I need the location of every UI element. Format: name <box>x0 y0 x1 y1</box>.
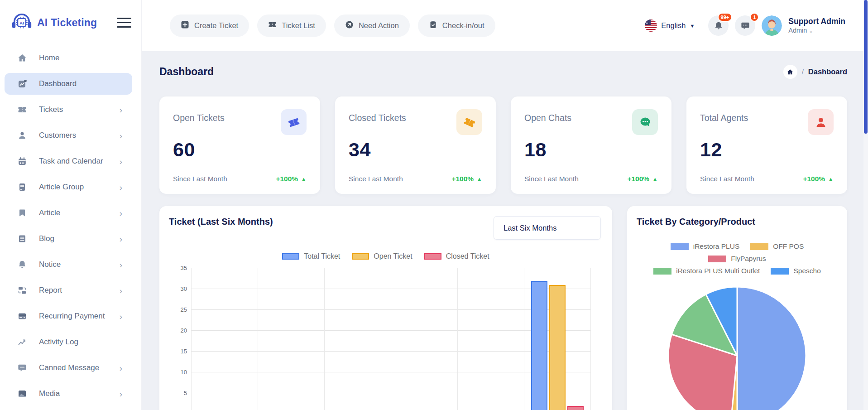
chevron-right-icon: › <box>120 209 122 217</box>
bar-total-ticket <box>531 281 547 410</box>
stat-card-closed-tickets: Closed Tickets 34 Since Last Month +100%… <box>335 96 496 194</box>
stat-card-open-tickets: Open Tickets 60 Since Last Month +100%▲ <box>159 96 320 194</box>
chevron-right-icon: › <box>120 390 122 398</box>
up-arrow-icon: ▲ <box>828 176 834 183</box>
trend-icon <box>17 337 27 347</box>
sidebar-item-notice[interactable]: Notice › <box>5 254 132 275</box>
chevron-right-icon: › <box>120 106 122 114</box>
ticket-icon <box>281 109 307 135</box>
sidebar: AI AI Ticketing Home Dashboard T <box>0 0 142 410</box>
sidebar-item-canned-message[interactable]: Canned Message › <box>5 357 132 379</box>
chat-dots-icon <box>741 21 750 30</box>
sidebar-item-article-group[interactable]: Article Group › <box>5 176 132 198</box>
legend-swatch <box>282 253 299 260</box>
legend-swatch <box>750 243 768 250</box>
breadcrumb-current: Dashboard <box>808 68 847 76</box>
user-avatar[interactable] <box>762 15 782 36</box>
notifications-button[interactable]: 99+ <box>708 15 729 36</box>
chevron-right-icon: › <box>120 183 122 192</box>
ticket-list-button[interactable]: Ticket List <box>257 14 326 37</box>
pie-chart <box>665 283 810 410</box>
sidebar-item-recurring-payment[interactable]: Recurring Payment › <box>5 305 132 327</box>
page-scrollbar <box>863 0 868 410</box>
brand-name: AI Ticketing <box>37 17 97 29</box>
scrollbar-thumb[interactable] <box>864 0 868 134</box>
ticket-icon <box>456 109 482 135</box>
legend-item: Total Ticket <box>282 252 340 260</box>
legend-item: FlyPapyrus <box>708 255 766 263</box>
legend-swatch <box>653 268 671 275</box>
up-arrow-icon: ▲ <box>476 176 482 183</box>
sidebar-item-report[interactable]: Report › <box>5 280 132 301</box>
clipboard-check-icon <box>429 20 437 31</box>
home-icon <box>17 53 27 63</box>
bell-icon <box>17 260 27 270</box>
user-icon <box>17 130 27 140</box>
bookmark-icon <box>17 208 27 218</box>
sidebar-item-home[interactable]: Home <box>5 47 132 69</box>
sidebar-item-task-and-calendar[interactable]: Task and Calendar › <box>5 150 132 172</box>
calendar-icon <box>17 156 27 166</box>
credit-card-icon <box>17 311 27 321</box>
plus-square-icon <box>181 20 189 31</box>
sidebar-item-blog[interactable]: Blog › <box>5 228 132 250</box>
main-content: Dashboard / Dashboard Open Tickets 60 <box>142 51 868 410</box>
app-root: AI AI Ticketing Home Dashboard T <box>0 0 868 410</box>
app-logo[interactable]: AI AI Ticketing <box>10 10 97 35</box>
chevron-right-icon: › <box>120 157 122 166</box>
messages-button[interactable]: 1 <box>735 15 755 36</box>
legend-swatch <box>708 256 726 262</box>
chevron-right-icon: › <box>120 235 122 243</box>
stat-card-total-agents: Total Agents 12 Since Last Month +100%▲ <box>686 96 847 194</box>
breadcrumb: / Dashboard <box>783 65 847 79</box>
create-ticket-button[interactable]: Create Ticket <box>170 14 249 37</box>
legend-item: OFF POS <box>750 242 804 251</box>
bar-closed-ticket <box>567 406 584 410</box>
period-filter-select[interactable]: Last Six Months <box>494 216 601 240</box>
caret-down-icon: ▼ <box>690 23 695 29</box>
svg-text:AI: AI <box>19 20 24 25</box>
bar-chart-plot: 5101520253035 <box>191 268 590 410</box>
user-menu[interactable]: Support Admin Admin ⌄ <box>788 17 845 35</box>
sidebar-item-dashboard[interactable]: Dashboard <box>5 73 132 95</box>
need-action-button[interactable]: Need Action <box>334 14 410 37</box>
chevron-right-icon: › <box>120 312 122 321</box>
dashboard-icon <box>17 79 27 89</box>
stats-row: Open Tickets 60 Since Last Month +100%▲ … <box>159 96 847 194</box>
breadcrumb-separator: / <box>802 68 804 76</box>
sidebar-item-tickets[interactable]: Tickets › <box>5 99 132 121</box>
bell-icon <box>714 21 723 30</box>
report-icon <box>17 285 27 295</box>
breadcrumb-home-button[interactable] <box>783 65 797 79</box>
check-in-out-button[interactable]: Check-in/out <box>418 14 495 37</box>
notifications-badge: 99+ <box>718 13 733 22</box>
bar-chart-title: Ticket (Last Six Months) <box>169 217 273 227</box>
tickets-bar-chart-card: Ticket (Last Six Months) Last Six Months… <box>159 206 612 410</box>
chevron-right-icon: › <box>120 131 122 140</box>
sidebar-item-article[interactable]: Article › <box>5 202 132 224</box>
chevron-right-icon: › <box>120 364 122 372</box>
page-title: Dashboard <box>159 66 214 78</box>
chat-bubble-icon <box>17 363 27 373</box>
legend-item: Spescho <box>771 267 820 275</box>
headset-logo-icon: AI <box>10 10 34 35</box>
sidebar-item-media[interactable]: Media › <box>5 383 132 405</box>
stat-card-open-chats: Open Chats 18 Since Last Month +100%▲ <box>511 96 671 194</box>
legend-item: Closed Ticket <box>424 252 489 260</box>
pie-slice-irestora-plus <box>737 287 806 410</box>
legend-swatch <box>352 253 369 260</box>
language-selector[interactable]: English ▼ <box>645 19 695 32</box>
us-flag-icon <box>645 19 657 32</box>
sidebar-item-customers[interactable]: Customers › <box>5 125 132 146</box>
image-icon <box>17 389 27 399</box>
legend-item: iRestora PLUS <box>671 242 740 251</box>
arrow-up-right-circle-icon <box>345 20 354 31</box>
legend-swatch <box>671 243 689 250</box>
up-arrow-icon: ▲ <box>301 176 307 183</box>
ticket-icon <box>268 20 277 31</box>
topbar: Create Ticket Ticket List Need Action Ch… <box>142 0 868 51</box>
sidebar-item-activity-log[interactable]: Activity Log <box>5 331 132 353</box>
sidebar-toggle-button[interactable] <box>117 16 131 29</box>
home-icon <box>787 69 793 75</box>
list-icon <box>17 234 27 244</box>
